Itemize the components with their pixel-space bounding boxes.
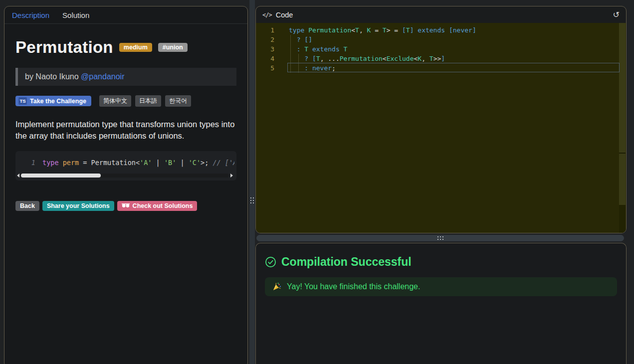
take-challenge-button[interactable]: TS Take the Challenge (15, 96, 91, 106)
sunglasses-icon (122, 203, 130, 208)
compilation-result-panel: Compilation Successful Yay! You have fin… (255, 243, 627, 364)
example-horizontal-scrollbar[interactable] (15, 174, 234, 178)
line-number: 5 (256, 63, 274, 73)
author-name: by Naoto Ikuno (25, 72, 81, 81)
check-solutions-label: Check out Solutions (133, 202, 193, 209)
lang-button-ja[interactable]: 日本語 (135, 95, 161, 107)
code-line: : T extends T (289, 44, 347, 54)
scroll-left-arrow-icon[interactable] (17, 174, 19, 178)
success-message-box: Yay! You have finished this challenge. (265, 277, 617, 296)
example-line-number: 1 (15, 159, 35, 167)
horizontal-splitter-handle-icon[interactable] (437, 236, 443, 240)
lang-button-ko[interactable]: 한국어 (165, 95, 191, 107)
horizontal-splitter[interactable] (256, 235, 624, 241)
code-editor[interactable]: 1 type Permutation<T, K = T> = [T] exten… (256, 23, 626, 233)
code-line: type Permutation<T, K = T> = [T] extends… (289, 25, 476, 35)
lang-button-zh[interactable]: 简体中文 (99, 95, 131, 107)
author-handle-link[interactable]: @pandanoir (81, 72, 124, 81)
line-number: 3 (256, 44, 274, 54)
check-solutions-button[interactable]: Check out Solutions (117, 201, 198, 211)
share-solutions-button[interactable]: Share your Solutions (42, 201, 114, 211)
scroll-right-arrow-icon[interactable] (230, 174, 233, 178)
code-editor-panel: </> Code ↺ 1 type Permutation<T, K = T> … (255, 6, 627, 233)
line-number: 1 (256, 25, 274, 35)
challenge-description: Implement permutation type that transfor… (15, 119, 241, 142)
typescript-logo-icon: TS (18, 97, 27, 105)
tab-bar: Description Solution (4, 6, 247, 24)
current-line-highlight (287, 63, 620, 72)
scrollbar-track[interactable] (21, 174, 229, 178)
scrollbar-thumb[interactable] (21, 174, 101, 178)
editor-line[interactable]: 4 ? [T, ...Permutation<Exclude<K, T>>] (256, 54, 626, 63)
editor-scrollbar-track[interactable] (619, 205, 626, 233)
check-circle-icon (265, 256, 276, 268)
editor-line[interactable]: 3 : T extends T (256, 44, 626, 54)
line-number: 2 (256, 35, 274, 44)
author-quote: by Naoto Ikuno @pandanoir (15, 68, 236, 86)
editor-line[interactable]: 1 type Permutation<T, K = T> = [T] exten… (256, 25, 626, 35)
compilation-status-title: Compilation Successful (281, 255, 412, 269)
code-line: ? [T, ...Permutation<Exclude<K, T>>] (289, 54, 445, 63)
tab-solution[interactable]: Solution (62, 11, 89, 19)
editor-header: </> Code ↺ (256, 6, 626, 23)
challenge-panel: Description Solution Permutation medium … (4, 6, 248, 364)
back-button[interactable]: Back (15, 201, 39, 211)
success-message-text: Yay! You have finished this challenge. (287, 282, 420, 291)
take-challenge-label: Take the Challenge (30, 98, 86, 105)
line-number: 4 (256, 54, 274, 63)
code-icon: </> (262, 11, 272, 18)
vertical-splitter-handle-icon[interactable] (250, 197, 254, 203)
editor-line[interactable]: 2 ? [] (256, 35, 626, 44)
reset-code-icon[interactable]: ↺ (613, 10, 620, 19)
editor-scrollbar-divider (619, 153, 626, 154)
example-code-block: 1 type perm = Permutation<'A' | 'B' | 'C… (15, 151, 236, 181)
difficulty-badge: medium (119, 43, 152, 52)
tab-description[interactable]: Description (12, 11, 49, 19)
code-line: ? [] (289, 35, 312, 44)
party-popper-icon (272, 282, 281, 291)
example-code-line: type perm = Permutation<'A' | 'B' | 'C'>… (42, 159, 234, 167)
tag-badge[interactable]: #union (158, 43, 188, 52)
page-title: Permutation (15, 38, 113, 57)
vertical-splitter[interactable] (249, 0, 255, 364)
editor-title: Code (276, 11, 293, 19)
